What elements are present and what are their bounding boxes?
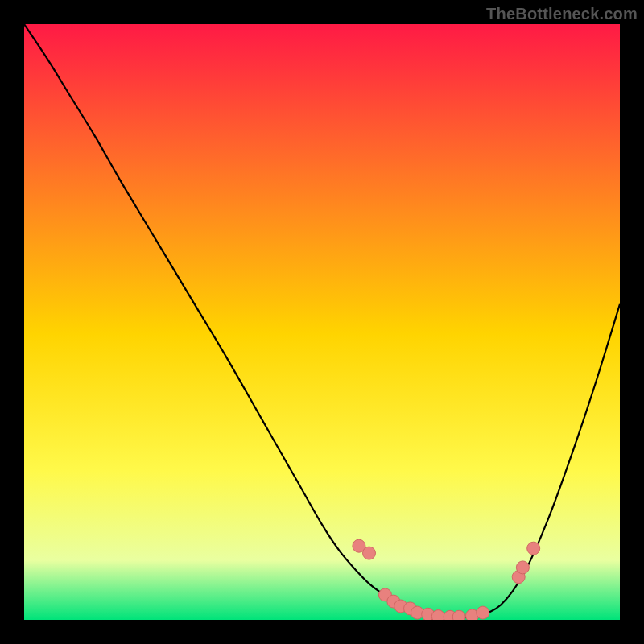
marker-dot xyxy=(431,610,444,620)
marker-dot xyxy=(527,542,540,555)
marker-dot xyxy=(477,606,489,619)
gradient-background xyxy=(24,24,620,620)
marker-dot xyxy=(452,610,465,620)
chart-svg xyxy=(24,24,620,620)
marker-dot xyxy=(363,547,376,559)
chart-frame: TheBottleneck.com xyxy=(0,0,644,644)
watermark-text: TheBottleneck.com xyxy=(486,5,638,23)
marker-dot xyxy=(516,561,529,574)
plot-area xyxy=(24,24,620,620)
